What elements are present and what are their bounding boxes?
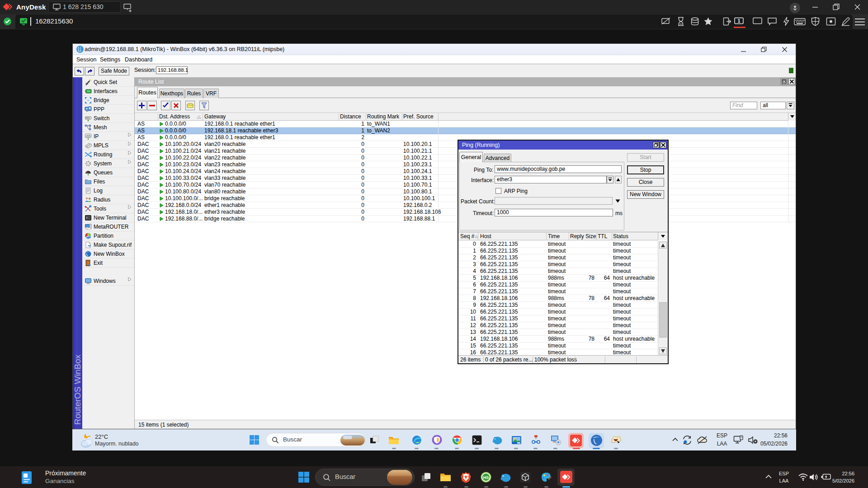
svg-text:1: 1	[738, 19, 741, 23]
svg-text:255: 255	[86, 135, 91, 137]
svg-text:HS: HS	[483, 475, 489, 480]
